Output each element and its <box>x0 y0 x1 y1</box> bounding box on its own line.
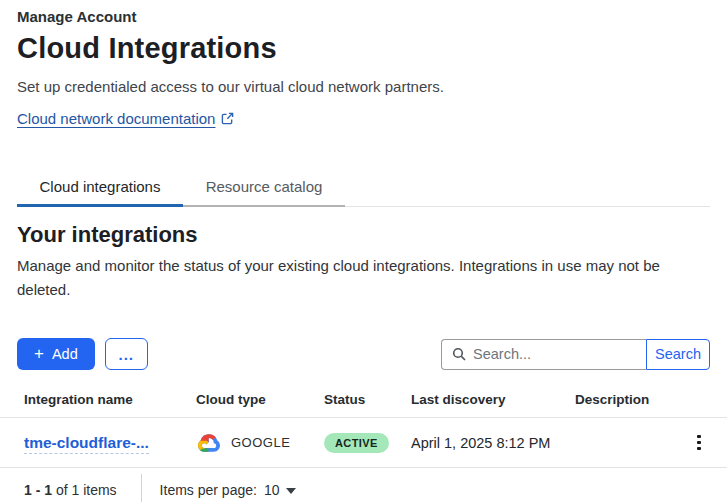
pagination-divider <box>141 474 142 502</box>
table-header-row: Integration name Cloud type Status Last … <box>0 392 727 418</box>
cloud-type-label: GOOGLE <box>231 435 290 450</box>
section-heading: Your integrations <box>17 222 710 248</box>
column-header-integration-name: Integration name <box>24 392 196 407</box>
pagination-range: 1 - 1 of 1 items <box>24 482 117 498</box>
table-toolbar: + Add ... Search <box>17 338 710 370</box>
items-per-page-select[interactable]: Items per page: 10 <box>160 482 297 498</box>
search-input-box <box>441 339 646 370</box>
search-group: Search <box>441 339 710 370</box>
plus-icon: + <box>34 345 44 362</box>
google-cloud-icon <box>196 432 222 454</box>
overflow-menu-button[interactable]: ... <box>105 338 148 370</box>
pagination-range-values: 1 - 1 <box>24 482 52 498</box>
search-icon <box>452 347 466 361</box>
integration-name-cell: tme-cloudflare-... <box>24 434 196 452</box>
search-input[interactable] <box>473 346 636 362</box>
section-description: Manage and monitor the status of your ex… <box>17 254 710 302</box>
integration-name-link[interactable]: tme-cloudflare-... <box>24 434 149 454</box>
cloud-type-cell: GOOGLE <box>196 432 324 454</box>
items-per-page-label: Items per page: <box>160 482 257 498</box>
cloud-integrations-page: Manage Account Cloud Integrations Set up… <box>0 0 727 502</box>
add-button[interactable]: + Add <box>17 338 95 370</box>
column-header-status: Status <box>324 392 411 407</box>
column-header-cloud-type: Cloud type <box>196 392 324 407</box>
cloud-network-documentation-link[interactable]: Cloud network documentation <box>17 110 215 127</box>
status-badge: ACTIVE <box>324 433 389 453</box>
page-title: Cloud Integrations <box>17 32 710 65</box>
page-subtitle: Set up credentialed access to our virtua… <box>17 78 710 95</box>
tab-bar: Cloud integrations Resource catalog <box>17 171 710 207</box>
column-header-description: Description <box>575 392 682 407</box>
ellipsis-icon: ... <box>118 346 134 363</box>
search-button[interactable]: Search <box>646 339 710 370</box>
add-button-label: Add <box>52 346 78 362</box>
doc-link-row: Cloud network documentation <box>17 110 710 127</box>
tab-cloud-integrations[interactable]: Cloud integrations <box>17 171 183 207</box>
table-row: tme-cloudflare-... GOOG <box>0 418 727 468</box>
tab-resource-catalog[interactable]: Resource catalog <box>183 171 345 207</box>
last-discovery-cell: April 1, 2025 8:12 PM <box>411 435 575 451</box>
breadcrumb: Manage Account <box>17 8 710 25</box>
row-actions-kebab-icon[interactable] <box>688 431 710 455</box>
toolbar-left-group: + Add ... <box>17 338 148 370</box>
pagination-range-suffix: of 1 items <box>56 482 117 498</box>
external-link-icon <box>221 112 234 125</box>
column-header-last-discovery: Last discovery <box>411 392 575 407</box>
chevron-down-icon <box>286 488 296 494</box>
status-cell: ACTIVE <box>324 433 411 453</box>
integrations-table: Integration name Cloud type Status Last … <box>0 392 727 468</box>
items-per-page-value: 10 <box>264 482 280 498</box>
pagination-bar: 1 - 1 of 1 items Items per page: 10 <box>0 468 727 502</box>
